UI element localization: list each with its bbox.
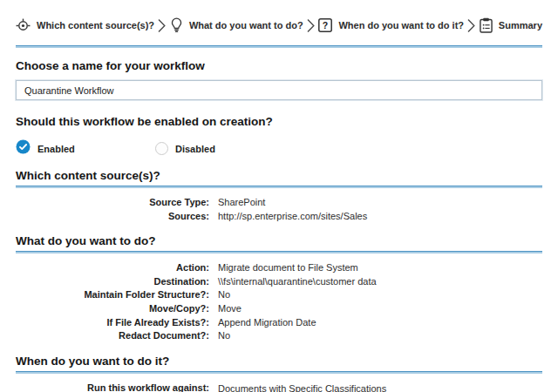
step-which-content-sources[interactable]: Which content source(s)? xyxy=(16,18,154,33)
radio-disabled[interactable]: Disabled xyxy=(155,142,215,155)
stepper-divider xyxy=(16,45,542,48)
row-value: \\fs\internal\quarantine\customer data xyxy=(209,275,377,289)
section-underline xyxy=(16,251,542,253)
question-icon: ? xyxy=(318,18,332,32)
section-underline xyxy=(16,186,542,188)
workflow-wizard-page: Which content source(s)? What do you wan… xyxy=(0,14,558,392)
step-label: Summary xyxy=(499,20,542,30)
row-label: Redact Document?: xyxy=(16,329,209,343)
lightbulb-icon xyxy=(170,17,183,33)
chevron-right-icon xyxy=(307,18,315,33)
radio-enabled[interactable]: Enabled xyxy=(16,139,155,158)
radio-checked-icon xyxy=(16,139,31,158)
step-summary[interactable]: Summary xyxy=(480,17,542,33)
row-value: Move xyxy=(209,302,242,316)
radio-enabled-label: Enabled xyxy=(37,144,75,154)
section-heading-what-to-do: What do you want to do? xyxy=(16,234,542,248)
workflow-name-input[interactable] xyxy=(16,80,542,100)
summary-row-sources: Sources: http://sp.enterprise.com/sites/… xyxy=(16,210,542,224)
row-value: Append Migration Date xyxy=(209,316,316,330)
summary-row-run-against: Run this workflow against: Documents wit… xyxy=(16,382,542,392)
workflow-name-heading: Choose a name for your workflow xyxy=(16,59,542,73)
summary-row-action: Action: Migrate document to File System xyxy=(16,261,542,275)
radio-unchecked-icon xyxy=(155,142,168,155)
summary-row-maintain-folder-structure: Maintain Folder Structure?: No xyxy=(16,288,542,302)
section-heading-content-sources: Which content source(s)? xyxy=(16,169,542,183)
content-sources-summary: Source Type: SharePoint Sources: http://… xyxy=(16,196,542,223)
summary-row-if-file-exists: If File Already Exists?: Append Migratio… xyxy=(16,316,542,330)
section-underline xyxy=(16,371,542,374)
run-against-value: Documents with Specific Classifications xyxy=(218,382,386,392)
row-label: Sources: xyxy=(16,210,209,224)
chevron-right-icon xyxy=(158,18,166,33)
section-heading-when-to-do: When do you want to do it? xyxy=(16,355,542,368)
enabled-radio-group: Enabled Disabled xyxy=(16,139,542,158)
enabled-on-creation-heading: Should this workflow be enabled on creat… xyxy=(16,115,542,129)
row-label: Destination: xyxy=(16,275,209,289)
summary-row-destination: Destination: \\fs\internal\quarantine\cu… xyxy=(16,275,542,289)
step-label: What do you want to do? xyxy=(189,20,303,30)
row-label: If File Already Exists?: xyxy=(16,316,209,330)
row-value: Documents with Specific Classifications … xyxy=(209,382,386,392)
summary-row-move-copy: Move/Copy?: Move xyxy=(16,302,542,316)
row-label: Maintain Folder Structure?: xyxy=(16,288,209,302)
chevron-right-icon xyxy=(467,18,475,33)
step-what-do-you-want[interactable]: What do you want to do? xyxy=(170,17,303,33)
wizard-stepper: Which content source(s)? What do you wan… xyxy=(16,14,542,37)
row-value: No xyxy=(209,288,230,302)
summary-row-redact-document: Redact Document?: No xyxy=(16,329,542,343)
radio-disabled-label: Disabled xyxy=(175,144,215,154)
target-icon xyxy=(16,18,31,33)
step-label: Which content source(s)? xyxy=(37,20,154,30)
row-value: SharePoint xyxy=(209,196,265,210)
clipboard-icon xyxy=(480,17,493,33)
summary-row-source-type: Source Type: SharePoint xyxy=(16,196,542,210)
step-label: When do you want to do it? xyxy=(338,20,464,30)
row-value: Migrate document to File System xyxy=(209,261,358,275)
svg-text:?: ? xyxy=(323,20,328,30)
row-label: Source Type: xyxy=(16,196,209,210)
step-when-do-you-want[interactable]: ? When do you want to do it? xyxy=(318,18,464,32)
row-label: Run this workflow against: xyxy=(16,382,209,392)
row-label: Action: xyxy=(16,261,209,275)
action-summary: Action: Migrate document to File System … xyxy=(16,261,542,343)
row-value: No xyxy=(209,329,230,343)
row-label: Move/Copy?: xyxy=(16,302,209,316)
schedule-summary: Run this workflow against: Documents wit… xyxy=(16,382,542,392)
row-value: http://sp.enterprise.com/sites/Sales xyxy=(209,210,367,224)
